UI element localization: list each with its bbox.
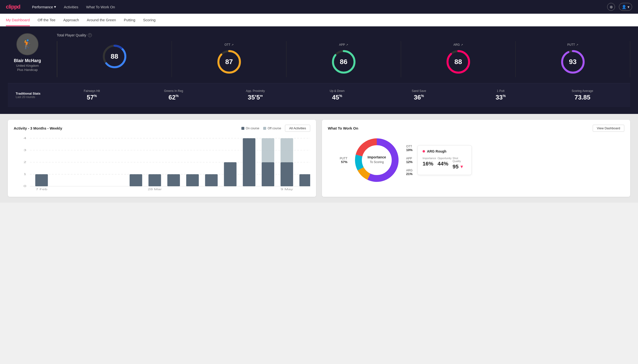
stat-fairways-value: 57% — [87, 94, 97, 101]
svg-rect-37 — [299, 174, 310, 186]
tab-around-the-green[interactable]: Around the Green — [87, 14, 116, 26]
svg-rect-27 — [167, 174, 180, 186]
info-card-dot — [422, 150, 425, 152]
info-card: ARG Rough Importance 16% Opportunity 44%… — [417, 145, 472, 175]
info-importance: Importance 16% — [422, 157, 437, 170]
trend-up-icon: ↗ — [346, 43, 348, 46]
svg-rect-24 — [129, 174, 142, 186]
top-nav: clippd Performance ▾ Activities What To … — [0, 0, 638, 14]
avatar: 🏌️ — [17, 33, 39, 55]
tab-bar: My Dashboard Off the Tee Approach Around… — [0, 14, 638, 26]
stat-sand-save: Sand Save 36% — [379, 88, 459, 102]
bar-chart-svg: 4 3 2 1 0 7 Feb 28 Mar — [14, 136, 310, 192]
stat-updown-value: 45% — [332, 94, 342, 101]
work-on-title: What To Work On — [328, 126, 589, 130]
player-handicap: Plus Handicap — [17, 68, 38, 72]
nav-performance[interactable]: Performance ▾ — [32, 5, 56, 9]
svg-rect-29 — [205, 174, 218, 186]
tab-putting[interactable]: Putting — [124, 14, 135, 26]
tab-approach[interactable]: Approach — [63, 14, 79, 26]
stat-greens-in-reg: Greens In Reg 62% — [134, 88, 214, 102]
putt-donut: 93 — [559, 48, 586, 75]
nav-right: ⊕ 👤 ▾ — [607, 3, 632, 11]
tpq-label: Total Player Quality ? — [57, 33, 630, 37]
down-arrow-icon: ▼ — [460, 164, 464, 170]
stat-scoring-avg: Scoring Average 73.85 — [543, 88, 622, 102]
stat-fairways-hit: Fairways Hit 57% — [52, 88, 132, 102]
tab-my-dashboard[interactable]: My Dashboard — [6, 14, 30, 26]
scores-section: Total Player Quality ? 88 — [57, 33, 630, 77]
bottom-section: Activity - 3 Months - Weekly On course O… — [0, 114, 638, 203]
stat-up-down: Up & Down 45% — [297, 88, 377, 102]
stat-scoring-value: 73.85 — [574, 94, 590, 101]
stat-greens-value: 62% — [168, 94, 178, 101]
stat-1putt-value: 33% — [496, 94, 506, 101]
arg-pct: 21% — [406, 172, 412, 176]
putt-label-left: PUTT 57% — [340, 157, 347, 164]
chevron-down-icon: ▾ — [627, 5, 629, 9]
plus-icon: ⊕ — [610, 5, 613, 9]
ott-pct: 10% — [406, 148, 412, 152]
info-opportunity: Opportunity 44% — [438, 157, 452, 170]
svg-text:28 Mar: 28 Mar — [148, 188, 162, 191]
shot-quality-row: 95 ▼ — [453, 164, 464, 170]
svg-rect-30 — [224, 162, 237, 186]
putt-label: PUTT ↗ — [567, 43, 578, 46]
svg-text:Importance: Importance — [367, 155, 386, 159]
stat-proximity-value: 35'5" — [248, 94, 263, 101]
trend-up-icon: ↗ — [461, 43, 463, 46]
stat-app-proximity: App. Proximity 35'5" — [216, 88, 295, 102]
app-donut: 86 — [330, 48, 357, 75]
nav-activities[interactable]: Activities — [64, 5, 78, 9]
logo[interactable]: clippd — [6, 4, 20, 10]
chart-legend: On course Off course — [241, 127, 281, 130]
svg-text:2: 2 — [24, 160, 26, 164]
svg-text:7 Feb: 7 Feb — [36, 188, 47, 191]
score-card-app: APP ↗ 86 — [286, 41, 401, 77]
svg-rect-21 — [35, 174, 48, 186]
svg-rect-35 — [281, 138, 293, 162]
trad-stats-label: Traditional Stats Last 20 rounds — [16, 92, 50, 99]
main-score-donut: 88 — [101, 43, 128, 70]
svg-text:1: 1 — [24, 172, 26, 176]
svg-rect-31 — [243, 138, 255, 186]
info-card-title: ARG Rough — [422, 149, 467, 153]
help-icon[interactable]: ? — [88, 33, 92, 37]
add-button[interactable]: ⊕ — [607, 3, 615, 11]
user-menu-button[interactable]: 👤 ▾ — [619, 3, 632, 11]
view-dashboard-button[interactable]: View Dashboard — [593, 125, 624, 132]
player-country: United Kingdom — [16, 64, 39, 68]
all-activities-button[interactable]: All Activities — [285, 125, 310, 132]
score-cards: 88 OTT ↗ 87 — [57, 41, 630, 77]
score-card-main: 88 — [57, 41, 172, 77]
score-card-ott: OTT ↗ 87 — [172, 41, 286, 77]
work-on-card: What To Work On View Dashboard PUTT 57% — [322, 120, 630, 197]
hero-top: 🏌️ Blair McHarg United Kingdom Plus Hand… — [8, 33, 630, 77]
svg-text:To Scoring: To Scoring — [370, 160, 384, 164]
ott-donut: 87 — [216, 48, 243, 75]
svg-rect-33 — [262, 138, 274, 162]
putt-score: 93 — [569, 58, 576, 66]
svg-rect-34 — [281, 162, 293, 186]
tab-off-the-tee[interactable]: Off the Tee — [38, 14, 56, 26]
arg-donut: 88 — [445, 48, 472, 75]
work-on-donut: Importance To Scoring — [352, 136, 401, 184]
arg-score: 88 — [454, 58, 462, 66]
legend-off-course: Off course — [263, 127, 281, 130]
player-info: 🏌️ Blair McHarg United Kingdom Plus Hand… — [8, 33, 47, 72]
tab-scoring[interactable]: Scoring — [143, 14, 156, 26]
stat-sandsave-value: 36% — [414, 94, 424, 101]
nav-what-to-work-on[interactable]: What To Work On — [86, 5, 115, 9]
score-card-putt: PUTT ↗ 93 — [516, 41, 630, 77]
score-card-arg: ARG ↗ 88 — [401, 41, 516, 77]
user-icon: 👤 — [621, 5, 626, 9]
chevron-down-icon: ▾ — [54, 5, 56, 9]
app-pct: 12% — [406, 160, 412, 164]
info-shot-quality: Shot Quality 95 ▼ — [453, 157, 467, 170]
work-on-header: What To Work On View Dashboard — [328, 125, 624, 132]
ott-label: OTT ↗ — [225, 43, 234, 46]
svg-text:9 May: 9 May — [281, 188, 293, 191]
stat-1putt: 1 Putt 33% — [461, 88, 541, 102]
activity-card-header: Activity - 3 Months - Weekly On course O… — [14, 125, 310, 132]
activity-card: Activity - 3 Months - Weekly On course O… — [8, 120, 316, 197]
